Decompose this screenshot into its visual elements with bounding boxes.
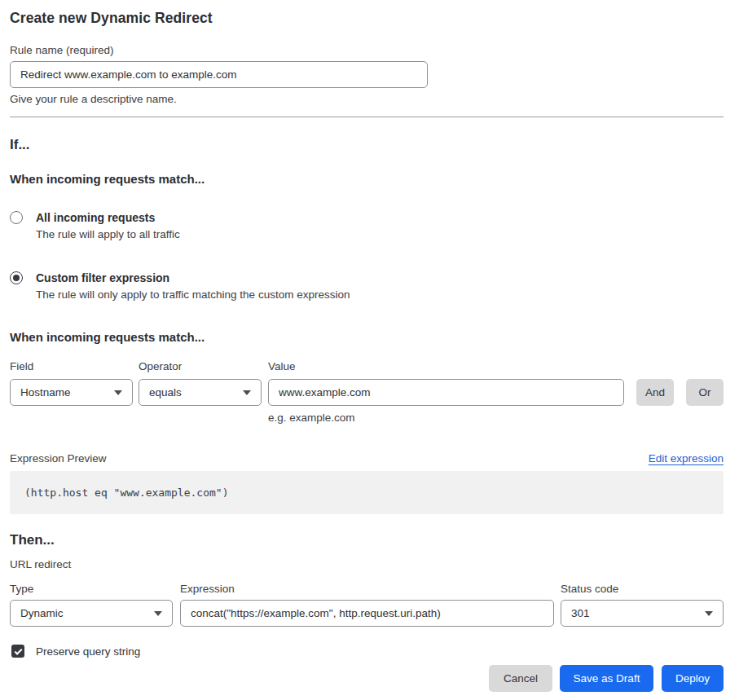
status-code-select-value: 301 — [571, 607, 590, 619]
page-title: Create new Dynamic Redirect — [10, 10, 724, 26]
radio-option-all-incoming-requests[interactable]: All incoming requests The rule will appl… — [10, 210, 724, 241]
operator-label: Operator — [139, 359, 262, 373]
rule-name-label: Rule name (required) — [10, 43, 724, 57]
operator-select[interactable]: equals — [139, 379, 262, 406]
preserve-query-string-option[interactable]: Preserve query string — [10, 645, 724, 658]
or-button[interactable]: Or — [686, 379, 724, 406]
value-help: e.g. example.com — [268, 411, 624, 425]
rule-name-field-wrap — [10, 61, 428, 88]
caret-down-icon — [705, 611, 713, 616]
expression-preview-label: Expression Preview — [10, 451, 107, 465]
check-icon — [14, 646, 22, 654]
operator-select-value: equals — [149, 386, 182, 398]
field-select-value: Hostname — [20, 386, 71, 398]
url-redirect-label: URL redirect — [10, 557, 724, 571]
value-input[interactable] — [268, 379, 624, 406]
radio-option-texts: Custom filter expression The rule will o… — [36, 271, 350, 302]
then-section-heading: Then... — [10, 531, 724, 548]
and-button[interactable]: And — [636, 379, 674, 406]
expression-preview-header: Expression Preview Edit expression — [10, 451, 724, 465]
expression-preview-code: (http.host eq "www.example.com") — [10, 471, 724, 514]
value-column: Value e.g. example.com — [268, 359, 624, 425]
expression-label: Expression — [180, 582, 554, 596]
radio-option-custom-filter-expression[interactable]: Custom filter expression The rule will o… — [10, 271, 724, 302]
radio-all-incoming-requests[interactable] — [10, 211, 23, 224]
radio-custom-filter-expression[interactable] — [10, 271, 23, 284]
radio-custom-filter-expression-description: The rule will only apply to traffic matc… — [36, 288, 350, 302]
field-select[interactable]: Hostname — [10, 379, 133, 406]
status-code-label: Status code — [561, 582, 724, 596]
expression-column: Expression — [180, 582, 554, 627]
radio-option-texts: All incoming requests The rule will appl… — [36, 210, 180, 241]
operator-column: Operator equals — [139, 359, 262, 406]
form-footer: Cancel Save as Draft Deploy — [10, 665, 724, 692]
rule-name-help: Give your rule a descriptive name. — [10, 92, 724, 106]
filter-builder-heading: When incoming requests match... — [10, 330, 724, 345]
value-label: Value — [268, 359, 624, 373]
save-as-draft-button[interactable]: Save as Draft — [560, 665, 653, 692]
incoming-requests-match-heading: When incoming requests match... — [10, 172, 724, 187]
field-column: Field Hostname — [10, 359, 133, 406]
type-label: Type — [10, 582, 173, 596]
status-code-select[interactable]: 301 — [561, 600, 724, 627]
caret-down-icon — [243, 390, 251, 395]
rule-name-input[interactable] — [10, 61, 428, 88]
cancel-button[interactable]: Cancel — [489, 665, 552, 692]
status-code-column: Status code 301 — [561, 582, 724, 627]
preserve-query-string-checkbox[interactable] — [11, 645, 24, 658]
caret-down-icon — [154, 611, 162, 616]
type-column: Type Dynamic — [10, 582, 173, 627]
radio-all-incoming-requests-label: All incoming requests — [36, 210, 180, 225]
section-divider — [10, 117, 724, 117]
type-select-value: Dynamic — [20, 607, 64, 619]
radio-all-incoming-requests-description: The rule will apply to all traffic — [36, 227, 180, 241]
type-select[interactable]: Dynamic — [10, 600, 173, 627]
if-section-heading: If... — [10, 136, 724, 153]
field-label: Field — [10, 359, 133, 373]
radio-custom-filter-expression-label: Custom filter expression — [36, 271, 350, 285]
preserve-query-string-label: Preserve query string — [36, 645, 140, 658]
create-redirect-form: Create new Dynamic Redirect Rule name (r… — [0, 0, 739, 692]
edit-expression-link[interactable]: Edit expression — [649, 452, 724, 464]
redirect-settings-row: Type Dynamic Expression Status code 301 — [10, 582, 724, 627]
caret-down-icon — [114, 390, 122, 395]
redirect-expression-input[interactable] — [180, 600, 554, 627]
filter-builder-row: Field Hostname Operator equals Value e.g… — [10, 359, 724, 425]
deploy-button[interactable]: Deploy — [662, 665, 724, 692]
